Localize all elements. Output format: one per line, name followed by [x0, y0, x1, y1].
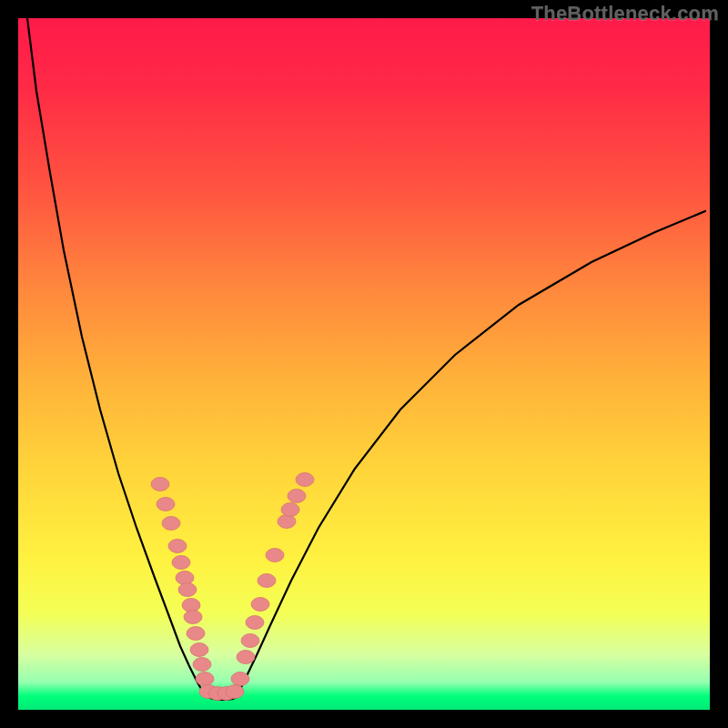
data-marker — [176, 571, 194, 585]
data-marker — [241, 634, 259, 648]
chart-svg — [18, 18, 710, 710]
data-marker — [157, 498, 175, 511]
data-marker — [184, 611, 202, 624]
chart-plot-area — [18, 18, 710, 710]
data-marker — [178, 583, 197, 597]
data-marker — [151, 478, 169, 491]
data-marker — [168, 540, 187, 553]
data-marker — [281, 503, 299, 517]
data-marker — [288, 490, 306, 503]
data-marker — [226, 685, 244, 699]
data-marker — [237, 651, 255, 664]
bottleneck-curve-left — [27, 18, 207, 697]
data-marker — [251, 598, 269, 612]
data-marker — [266, 549, 284, 562]
data-marker — [246, 616, 264, 630]
data-marker — [231, 672, 249, 686]
bottleneck-curve-right — [237, 211, 705, 697]
watermark-text: TheBottleneck.com — [531, 2, 719, 25]
data-marker — [187, 627, 205, 641]
data-marker — [193, 658, 211, 672]
data-marker — [162, 517, 180, 531]
data-marker — [172, 556, 190, 570]
data-marker — [258, 574, 276, 588]
data-marker — [190, 643, 208, 657]
data-marker — [296, 473, 314, 487]
data-marker — [278, 515, 296, 529]
data-marker — [196, 672, 214, 686]
